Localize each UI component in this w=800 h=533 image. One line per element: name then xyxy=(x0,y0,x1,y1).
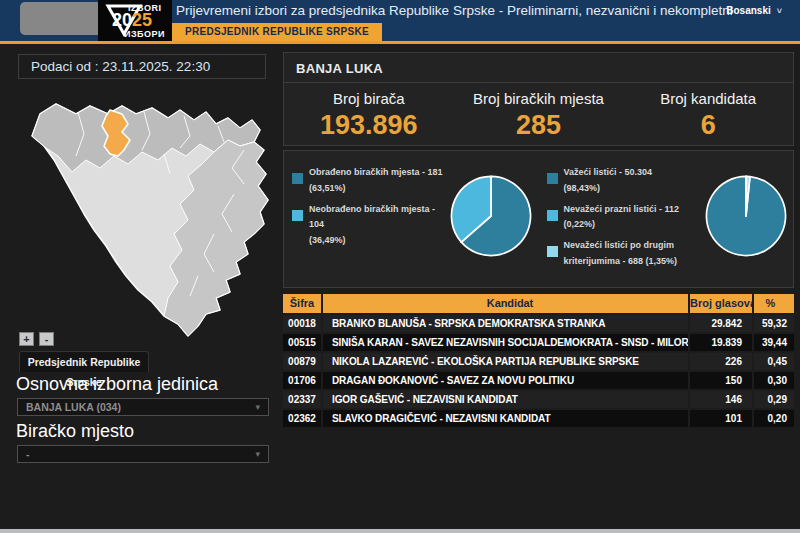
chevron-down-icon: ˅ xyxy=(777,6,782,16)
izbori-2025-logo: IZBORI 2025 ИЗБОРИ xyxy=(98,0,172,41)
table-row: 02362 SLAVKO DRAGIČEVIĆ - NEZAVISNI KAND… xyxy=(283,410,794,427)
column-header-kandidat: Kandidat xyxy=(323,294,688,313)
language-label: Bosanski xyxy=(726,5,770,16)
tab-predsjednik-republike-srpske[interactable]: PREDSJEDNIK REPUBLIKE SRPSKE xyxy=(172,23,382,41)
map-zoom-out-button[interactable]: - xyxy=(39,332,54,346)
stat-broj-biraca: Broj birača 193.896 xyxy=(284,90,454,141)
stat-broj-kandidata: Broj kandidata 6 xyxy=(623,90,793,141)
bottom-scroll-strip[interactable] xyxy=(0,529,800,533)
station-select[interactable]: - ▾ xyxy=(17,445,269,463)
unit-label: Osnovna izborna jedinica xyxy=(16,374,218,395)
legend-polling-stations: Obrađeno biračkih mjesta - 181 (63,51%) … xyxy=(292,159,444,287)
language-selector[interactable]: Bosanski˅ xyxy=(726,5,782,16)
column-header-broj-glasova: Broj glasova xyxy=(690,294,752,313)
pie-chart-polling-stations xyxy=(448,173,534,259)
station-select-value: - xyxy=(26,446,30,462)
table-row: 02337 IGOR GAŠEVIĆ - NEZAVISNI KANDIDAT … xyxy=(283,391,794,408)
logo-gray-plate xyxy=(20,2,102,35)
page-title: Prijevremeni izbori za predsjednika Repu… xyxy=(176,3,732,18)
legend-item: Neobrađeno biračkih mjesta - 104 (36,49%… xyxy=(292,202,444,249)
stats-row: Broj birača 193.896 Broj biračkih mjesta… xyxy=(284,83,793,141)
legend-swatch xyxy=(292,210,303,221)
chart-polling-stations: Obrađeno biračkih mjesta - 181 (63,51%) … xyxy=(284,151,539,287)
tab-race-predsjednik[interactable]: Predsjednik Republike Srpske xyxy=(19,351,149,372)
table-header-row: Šifra Kandidat Broj glasova % xyxy=(283,294,794,313)
legend-item: Važeći listići - 50.304 (98,43%) xyxy=(547,165,699,197)
chart-ballots: Važeći listići - 50.304 (98,43%) Nevažeć… xyxy=(539,151,794,287)
map-zoom-in-button[interactable]: + xyxy=(19,332,34,346)
bosnia-municipalities-map[interactable] xyxy=(18,84,270,346)
top-header: IZBORI 2025 ИЗБОРИ Prijevremeni izbori z… xyxy=(0,0,800,41)
table-row: 01706 DRAGAN ĐOKANOVIĆ - SAVEZ ZA NOVU P… xyxy=(283,372,794,389)
legend-ballots: Važeći listići - 50.304 (98,43%) Nevažeć… xyxy=(547,159,699,287)
table-row: 00018 BRANKO BLANUŠA - SRPSKA DEMOKRATSK… xyxy=(283,315,794,332)
column-header-pct: % xyxy=(754,294,794,313)
column-header-sifra: Šifra xyxy=(283,294,321,313)
data-timestamp: Podaci od : 23.11.2025. 22:30 xyxy=(18,54,266,79)
logo-year: 2025 xyxy=(112,10,152,31)
table-row: 00515 SINIŠA KARAN - SAVEZ NEZAVISNIH SO… xyxy=(283,334,794,351)
pie-chart-ballots xyxy=(703,173,789,259)
charts-panel: Obrađeno biračkih mjesta - 181 (63,51%) … xyxy=(283,150,794,288)
chevron-down-icon: ▾ xyxy=(255,446,260,462)
station-label: Biračko mjesto xyxy=(16,421,134,442)
legend-swatch xyxy=(547,246,558,257)
chevron-down-icon: ▾ xyxy=(255,399,260,415)
legend-item: Nevažeći listići po drugim kriterijumima… xyxy=(547,238,699,270)
summary-panel: BANJA LUKA Broj birača 193.896 Broj bira… xyxy=(283,52,794,146)
legend-item: Obrađeno biračkih mjesta - 181 (63,51%) xyxy=(292,165,444,197)
unit-select[interactable]: BANJA LUKA (034) ▾ xyxy=(17,398,269,416)
legend-item: Nevažeći prazni listići - 112 (0,22%) xyxy=(547,202,699,234)
map-zoom-controls: + - xyxy=(19,332,54,346)
results-table: Šifra Kandidat Broj glasova % 00018 BRAN… xyxy=(283,294,794,427)
header-accent-bar xyxy=(0,41,800,44)
table-row: 00879 NIKOLA LAZAREVIĆ - EKOLOŠKA PARTIJ… xyxy=(283,353,794,370)
stat-broj-birackih-mjesta: Broj biračkih mjesta 285 xyxy=(454,90,624,141)
legend-swatch xyxy=(547,210,558,221)
unit-select-value: BANJA LUKA (034) xyxy=(26,399,121,415)
legend-swatch xyxy=(292,173,303,184)
legend-swatch xyxy=(547,173,558,184)
region-title: BANJA LUKA xyxy=(284,53,793,83)
logo-text-bottom: ИЗБОРИ xyxy=(124,29,165,39)
